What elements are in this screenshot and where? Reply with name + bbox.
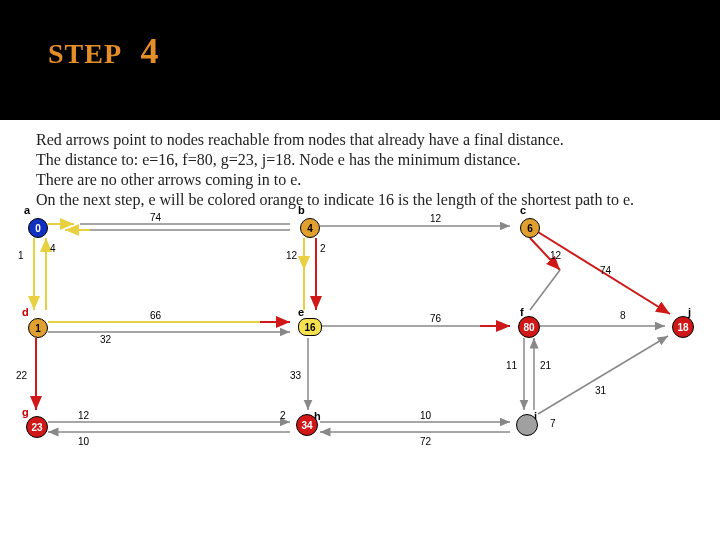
- svg-line-27: [538, 336, 668, 414]
- svg-line-11: [530, 270, 560, 310]
- node-a-label: a: [24, 204, 30, 216]
- edge-d-e-weight: 66: [150, 310, 161, 321]
- edge-c-j-weight: 74: [600, 265, 611, 276]
- edge-a-d-weight: 1: [18, 250, 24, 261]
- edge-a-b-weight: 74: [150, 212, 161, 223]
- edge-i-7-weight: 7: [550, 418, 556, 429]
- edge-e-f-weight: 76: [430, 313, 441, 324]
- node-b-label: b: [298, 204, 305, 216]
- graph-edges-svg: [0, 210, 720, 530]
- slide-title: STEP 4: [48, 30, 159, 72]
- edge-d-g-weight: 22: [16, 370, 27, 381]
- node-d: 1: [28, 318, 48, 338]
- edge-a-d2-weight: 4: [50, 243, 56, 254]
- edge-h-i-bottom-weight: 72: [420, 436, 431, 447]
- edge-i-j-weight: 31: [595, 385, 606, 396]
- node-h: 34: [296, 414, 318, 436]
- node-e: 16: [298, 318, 322, 336]
- edge-f-i-weight: 11: [506, 360, 517, 371]
- edge-h-2-weight: 2: [280, 410, 286, 421]
- node-c-label: c: [520, 204, 526, 216]
- edge-f-j-weight: 8: [620, 310, 626, 321]
- node-b: 4: [300, 218, 320, 238]
- edge-g-h-bottom-weight: 10: [78, 436, 89, 447]
- edge-f-i2-weight: 21: [540, 360, 551, 371]
- node-d-label: d: [22, 306, 29, 318]
- description-block: Red arrows point to nodes reachable from…: [36, 130, 690, 210]
- graph-diagram: a 0 b 4 c 6 d 1 e 16 f 80 j 18 g 23 h 34…: [0, 210, 720, 530]
- node-g-label: g: [22, 406, 29, 418]
- edge-b-e-weight: 12: [286, 250, 297, 261]
- edge-c-f-weight: 12: [550, 250, 561, 261]
- edge-b-e2-weight: 2: [320, 243, 326, 254]
- node-i: [516, 414, 538, 436]
- title-step-number: 4: [140, 31, 159, 71]
- edge-h-i-weight: 10: [420, 410, 431, 421]
- desc-line-3: There are no other arrows coming in to e…: [36, 170, 690, 190]
- edge-b-c-weight: 12: [430, 213, 441, 224]
- edge-d-e-bottom-weight: 32: [100, 334, 111, 345]
- node-j: 18: [672, 316, 694, 338]
- desc-line-1: Red arrows point to nodes reachable from…: [36, 130, 690, 150]
- title-step-word: STEP: [48, 38, 120, 69]
- edge-e-h-weight: 33: [290, 370, 301, 381]
- node-j-label: j: [688, 306, 691, 318]
- desc-line-4: On the next step, e will be colored oran…: [36, 190, 690, 210]
- edge-g-h-top-weight: 12: [78, 410, 89, 421]
- desc-line-2: The distance to: e=16, f=80, g=23, j=18.…: [36, 150, 690, 170]
- node-f: 80: [518, 316, 540, 338]
- node-e-label: e: [298, 306, 304, 318]
- node-a: 0: [28, 218, 48, 238]
- node-g: 23: [26, 416, 48, 438]
- node-c: 6: [520, 218, 540, 238]
